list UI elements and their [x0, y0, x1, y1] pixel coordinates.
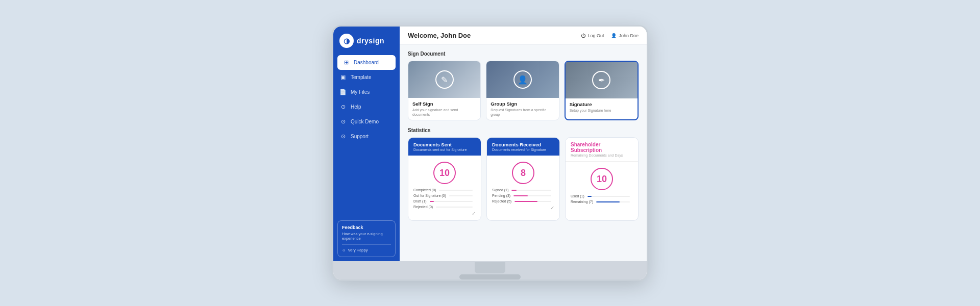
stat-label-outforsig: Out for Signature (0) — [413, 194, 446, 197]
stat-label-rejected-sent: Rejected (0) — [413, 205, 433, 209]
stat-row-signed: Signed (1) — [492, 188, 554, 192]
sidebar-item-help[interactable]: ⊙ Help — [333, 99, 400, 114]
signature-icon: ✒ — [592, 71, 610, 89]
dashboard-icon: ⊞ — [342, 59, 350, 66]
stats-cards: Documents Sent Documents sent out for Si… — [408, 137, 639, 221]
self-sign-info: Self Sign Add your signature and send do… — [408, 98, 480, 120]
sidebar-label-template: Template — [351, 74, 372, 80]
stat-label-draft: Draft (1) — [413, 199, 427, 203]
sidebar-item-dashboard[interactable]: ⊞ Dashboard — [337, 55, 396, 70]
stat-bar-wrap-pending — [513, 195, 551, 196]
shareholder-title: Shareholder Subscription — [571, 142, 633, 153]
stat-bar-wrap-rejected-sent — [436, 207, 473, 208]
feedback-desc: How was your e-signing experience — [342, 232, 391, 242]
group-sign-title: Group Sign — [491, 101, 554, 107]
stat-row-used: Used (1) — [571, 194, 633, 198]
signature-image: ✒ — [566, 62, 638, 98]
logo-icon: ◑ — [339, 34, 354, 48]
stat-bar-wrap-used — [587, 196, 630, 197]
app-name: drysign — [357, 37, 384, 45]
stat-row-draft: Draft (1) — [413, 199, 476, 203]
self-sign-image: ✎ — [408, 61, 480, 98]
group-sign-card[interactable]: 👤 Group Sign Request Signatures from a s… — [486, 61, 559, 120]
group-sign-icon: 👤 — [513, 70, 532, 89]
self-sign-desc: Add your signature and send documents — [412, 108, 476, 117]
shareholder-subtitle: Remaining Documents and Days — [571, 154, 633, 157]
signature-card[interactable]: ✒ Signature Setup your Signature here — [565, 61, 639, 120]
sidebar-label-support: Support — [351, 134, 369, 139]
stat-row-completed: Completed (0) — [413, 188, 476, 192]
sidebar: ◑ drysign ⊞ Dashboard ▣ Template 📄 My Fi… — [333, 27, 400, 261]
monitor-frame: ◑ drysign ⊞ Dashboard ▣ Template 📄 My Fi… — [332, 25, 648, 281]
stat-label-remaining: Remaining (7) — [571, 200, 593, 203]
documents-sent-body: 10 Completed (0) Out for Signature (0) D… — [408, 156, 481, 220]
sidebar-label-help: Help — [351, 104, 361, 110]
group-sign-image: 👤 — [486, 61, 558, 98]
stat-row-remaining: Remaining (7) — [571, 200, 633, 203]
signature-desc: Setup your Signature here — [570, 108, 633, 113]
group-sign-desc: Request Signatures from a specific group — [491, 108, 554, 117]
content-area: Sign Document ✎ Self Sign Add your signa… — [400, 45, 647, 261]
statistics-section-title: Statistics — [408, 128, 639, 133]
documents-received-title: Documents Received — [492, 142, 554, 147]
topbar: Welcome, John Doe ⏻ Log Out 👤 John Doe — [400, 27, 647, 45]
stat-label-signed: Signed (1) — [492, 188, 508, 192]
stat-label-used: Used (1) — [571, 194, 584, 198]
logout-icon: ⏻ — [581, 33, 585, 38]
stat-bar-wrap-rejected-recv — [514, 201, 551, 202]
sidebar-item-support[interactable]: ⊙ Support — [333, 129, 400, 144]
documents-sent-header: Documents Sent Documents sent out for Si… — [408, 138, 481, 156]
self-sign-card[interactable]: ✎ Self Sign Add your signature and send … — [408, 61, 481, 120]
template-icon: ▣ — [339, 74, 347, 81]
stat-bar-wrap-draft — [430, 201, 473, 202]
user-button[interactable]: 👤 John Doe — [611, 33, 639, 38]
group-sign-info: Group Sign Request Signatures from a spe… — [486, 98, 558, 120]
logout-label: Log Out — [587, 33, 604, 38]
documents-sent-card: Documents Sent Documents sent out for Si… — [408, 137, 481, 221]
sidebar-item-template[interactable]: ▣ Template — [333, 70, 400, 85]
sidebar-item-quickdemo[interactable]: ⊙ Quick Demo — [333, 114, 400, 129]
logo-area: ◑ drysign — [333, 34, 400, 55]
myfiles-icon: 📄 — [339, 89, 347, 95]
stat-row-rejected-recv: Rejected (5) — [492, 199, 554, 203]
signature-info: Signature Setup your Signature here — [566, 98, 638, 116]
checkmark-received: ✓ — [492, 205, 554, 211]
stat-row-rejected-sent: Rejected (0) — [413, 205, 476, 209]
documents-received-body: 8 Signed (1) Pending (3) Rejected (5) — [487, 156, 559, 215]
documents-received-header: Documents Received Documents received fo… — [487, 138, 559, 156]
very-happy-label: Very Happy — [348, 248, 368, 252]
monitor-base — [459, 274, 521, 279]
sidebar-label-myfiles: My Files — [351, 89, 370, 95]
feedback-card[interactable]: Feedback How was your e-signing experien… — [337, 220, 396, 258]
documents-received-card: Documents Received Documents received fo… — [486, 137, 560, 221]
help-icon: ⊙ — [339, 104, 347, 110]
documents-sent-title: Documents Sent — [413, 142, 476, 147]
sidebar-label-dashboard: Dashboard — [354, 60, 379, 65]
monitor-stand — [333, 261, 647, 279]
signature-title: Signature — [570, 101, 633, 107]
stat-label-rejected-recv: Rejected (5) — [492, 199, 511, 203]
welcome-text: Welcome, John Doe — [408, 32, 471, 39]
documents-sent-number: 10 — [433, 162, 456, 184]
main-content: Welcome, John Doe ⏻ Log Out 👤 John Doe S… — [400, 27, 647, 261]
sidebar-item-myfiles[interactable]: 📄 My Files — [333, 85, 400, 99]
stat-bar-wrap-signed — [511, 190, 551, 191]
stat-label-completed: Completed (0) — [413, 188, 436, 192]
very-happy-button[interactable]: ☺ Very Happy — [342, 244, 391, 252]
sign-section-title: Sign Document — [408, 51, 639, 57]
sign-cards: ✎ Self Sign Add your signature and send … — [408, 61, 639, 120]
shareholder-body: 10 Used (1) Remaining (7) — [566, 162, 638, 210]
stat-label-pending: Pending (3) — [492, 194, 510, 197]
documents-sent-subtitle: Documents sent out for Signature — [413, 148, 476, 151]
stat-bar-wrap-remaining — [596, 201, 630, 202]
sidebar-label-quickdemo: Quick Demo — [351, 119, 379, 124]
support-icon: ⊙ — [339, 133, 347, 140]
user-icon: 👤 — [611, 33, 617, 38]
topbar-actions: ⏻ Log Out 👤 John Doe — [581, 33, 639, 38]
shareholder-number: 10 — [591, 168, 613, 190]
logout-button[interactable]: ⏻ Log Out — [581, 33, 604, 38]
user-name: John Doe — [619, 33, 639, 38]
documents-received-number: 8 — [512, 162, 534, 184]
stat-row-outforsig: Out for Signature (0) — [413, 194, 476, 197]
checkmark-sent: ✓ — [413, 211, 476, 216]
